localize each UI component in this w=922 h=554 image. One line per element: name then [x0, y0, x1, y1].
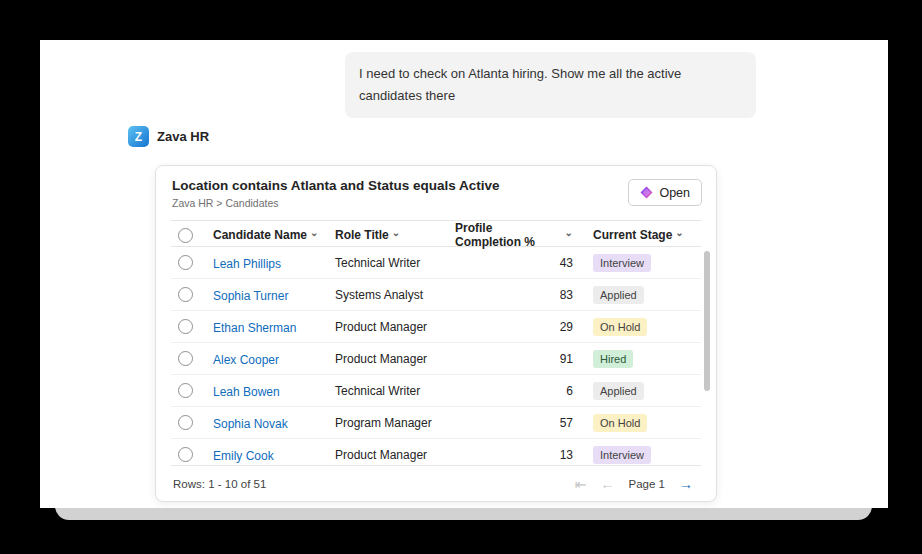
breadcrumb: Zava HR > Candidates: [172, 197, 700, 209]
stage-badge: On Hold: [593, 318, 647, 336]
role-title-cell: Technical Writer: [335, 384, 455, 398]
sort-chevron-icon: ⌄: [675, 228, 683, 238]
candidate-name-link[interactable]: Leah Phillips: [213, 257, 281, 271]
stage-badge: Interview: [593, 254, 651, 272]
select-all-checkbox[interactable]: [178, 228, 193, 243]
row-checkbox[interactable]: [178, 255, 193, 270]
table-header-row: Candidate Name ⌄ Role Title ⌄ Profile Co…: [171, 220, 701, 247]
completion-cell: 29: [455, 320, 573, 334]
completion-cell: 91: [455, 352, 573, 366]
next-page-button[interactable]: →: [679, 477, 693, 491]
prev-page-button[interactable]: ←: [601, 477, 615, 491]
table-row[interactable]: Sophia Turner Systems Analyst 83 Applied: [171, 279, 701, 311]
page-label: Page 1: [629, 478, 665, 490]
open-button[interactable]: Open: [628, 179, 702, 206]
card-title: Location contains Atlanta and Status equ…: [172, 178, 700, 193]
stage-badge: Applied: [593, 382, 644, 400]
candidate-name-link[interactable]: Leah Bowen: [213, 385, 280, 399]
rows-count-label: Rows: 1 - 10 of 51: [171, 478, 266, 490]
sort-chevron-icon: ⌄: [310, 228, 318, 238]
candidate-name-link[interactable]: Alex Cooper: [213, 353, 279, 367]
sort-chevron-icon: ⌄: [565, 228, 573, 238]
completion-cell: 57: [455, 416, 573, 430]
stage-badge: Interview: [593, 446, 651, 464]
table-scrollbar[interactable]: [704, 251, 710, 391]
column-header-current-stage[interactable]: Current Stage ⌄: [573, 228, 701, 242]
row-checkbox[interactable]: [178, 319, 193, 334]
row-checkbox[interactable]: [178, 447, 193, 462]
row-checkbox[interactable]: [178, 383, 193, 398]
candidates-table: Candidate Name ⌄ Role Title ⌄ Profile Co…: [171, 220, 701, 465]
open-button-label: Open: [659, 186, 690, 200]
stage-badge: Applied: [593, 286, 644, 304]
user-message-bubble: I need to check on Atlanta hiring. Show …: [345, 52, 756, 118]
table-row[interactable]: Emily Cook Product Manager 13 Interview: [171, 439, 701, 465]
candidate-name-link[interactable]: Ethan Sherman: [213, 321, 296, 335]
sort-chevron-icon: ⌄: [392, 228, 400, 238]
row-checkbox[interactable]: [178, 287, 193, 302]
pagination: ⇤ ← Page 1 →: [575, 477, 701, 491]
card-header: Location contains Atlanta and Status equ…: [156, 166, 716, 220]
candidate-name-link[interactable]: Sophia Turner: [213, 289, 288, 303]
user-message-text: I need to check on Atlanta hiring. Show …: [359, 66, 681, 103]
app-name: Zava HR: [157, 129, 209, 144]
role-title-cell: Program Manager: [335, 416, 455, 430]
role-title-cell: Product Manager: [335, 320, 455, 334]
table-row[interactable]: Leah Phillips Technical Writer 43 Interv…: [171, 247, 701, 279]
table-footer: Rows: 1 - 10 of 51 ⇤ ← Page 1 →: [171, 465, 701, 501]
column-header-role-title[interactable]: Role Title ⌄: [335, 228, 455, 242]
role-title-cell: Product Manager: [335, 448, 455, 462]
table-row[interactable]: Alex Cooper Product Manager 91 Hired: [171, 343, 701, 375]
table-row[interactable]: Sophia Novak Program Manager 57 On Hold: [171, 407, 701, 439]
candidate-name-link[interactable]: Sophia Novak: [213, 417, 288, 431]
role-title-cell: Technical Writer: [335, 256, 455, 270]
column-header-profile-completion[interactable]: Profile Completion % ⌄: [455, 221, 573, 249]
row-checkbox[interactable]: [178, 415, 193, 430]
zava-hr-logo-icon: Z: [128, 126, 149, 147]
role-title-cell: Product Manager: [335, 352, 455, 366]
table-row[interactable]: Ethan Sherman Product Manager 29 On Hold: [171, 311, 701, 343]
completion-cell: 6: [455, 384, 573, 398]
table-body: Leah Phillips Technical Writer 43 Interv…: [171, 247, 701, 465]
role-title-cell: Systems Analyst: [335, 288, 455, 302]
copilot-diamond-icon: [640, 186, 653, 199]
completion-cell: 13: [455, 448, 573, 462]
stage-badge: On Hold: [593, 414, 647, 432]
completion-cell: 83: [455, 288, 573, 302]
stage-badge: Hired: [593, 350, 633, 368]
candidate-name-link[interactable]: Emily Cook: [213, 449, 274, 463]
table-row[interactable]: Leah Bowen Technical Writer 6 Applied: [171, 375, 701, 407]
completion-cell: 43: [455, 256, 573, 270]
column-header-candidate-name[interactable]: Candidate Name ⌄: [213, 228, 335, 242]
app-identity: Z Zava HR: [128, 126, 209, 147]
results-card: Location contains Atlanta and Status equ…: [155, 165, 717, 502]
row-checkbox[interactable]: [178, 351, 193, 366]
first-page-button[interactable]: ⇤: [575, 477, 587, 491]
